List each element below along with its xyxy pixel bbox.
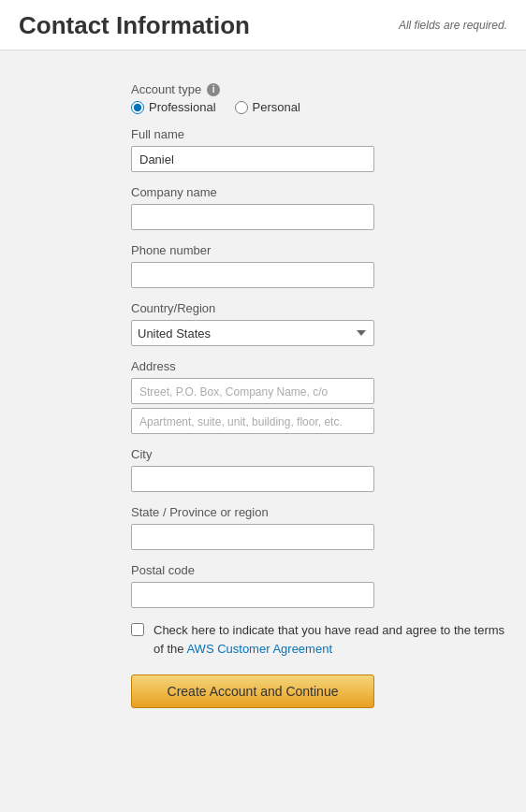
postal-code-input[interactable] — [131, 582, 374, 608]
phone-number-input[interactable] — [131, 262, 374, 288]
phone-number-label: Phone number — [131, 243, 507, 257]
address-group: Address — [131, 359, 507, 434]
city-input[interactable] — [131, 466, 374, 492]
state-group: State / Province or region — [131, 505, 507, 550]
city-label: City — [131, 447, 507, 461]
country-region-group: Country/Region United States Canada Unit… — [131, 301, 507, 346]
create-account-button[interactable]: Create Account and Continue — [131, 674, 374, 708]
aws-agreement-link[interactable]: AWS Customer Agreement — [186, 642, 332, 656]
state-label: State / Province or region — [131, 505, 507, 519]
phone-number-group: Phone number — [131, 243, 507, 288]
radio-personal-input[interactable] — [235, 101, 248, 114]
address-line2-input[interactable] — [131, 408, 374, 434]
full-name-input[interactable] — [131, 146, 374, 172]
form-section: Account type i Professional Personal Fu — [131, 82, 507, 708]
company-name-input[interactable] — [131, 204, 374, 230]
form-content: Account type i Professional Personal Fu — [0, 51, 526, 727]
city-group: City — [131, 447, 507, 492]
address-label: Address — [131, 359, 507, 373]
page-header: Contact Information All fields are requi… — [0, 0, 526, 51]
account-type-group: Account type i Professional Personal — [131, 82, 507, 114]
account-type-radio-group: Professional Personal — [131, 100, 507, 114]
agreement-row: Check here to indicate that you have rea… — [131, 621, 507, 658]
page-container: Contact Information All fields are requi… — [0, 0, 526, 812]
account-type-info-icon[interactable]: i — [207, 83, 220, 96]
account-type-label-row: Account type i — [131, 82, 507, 96]
address-inputs — [131, 378, 507, 434]
state-input[interactable] — [131, 524, 374, 550]
account-type-label: Account type — [131, 82, 201, 96]
full-name-group: Full name — [131, 127, 507, 172]
radio-professional-label[interactable]: Professional — [149, 100, 216, 114]
radio-professional-input[interactable] — [131, 101, 144, 114]
address-line1-input[interactable] — [131, 378, 374, 404]
country-region-label: Country/Region — [131, 301, 507, 315]
page-title: Contact Information — [19, 11, 250, 40]
agreement-label[interactable]: Check here to indicate that you have rea… — [153, 621, 507, 658]
radio-personal-label[interactable]: Personal — [253, 100, 300, 114]
radio-personal[interactable]: Personal — [235, 100, 300, 114]
agreement-checkbox[interactable] — [131, 623, 144, 636]
postal-code-group: Postal code — [131, 563, 507, 608]
company-name-label: Company name — [131, 185, 507, 199]
postal-code-label: Postal code — [131, 563, 507, 577]
radio-professional[interactable]: Professional — [131, 100, 216, 114]
full-name-label: Full name — [131, 127, 507, 141]
required-note: All fields are required. — [399, 19, 507, 32]
company-name-group: Company name — [131, 185, 507, 230]
country-region-select[interactable]: United States Canada United Kingdom Germ… — [131, 320, 374, 346]
